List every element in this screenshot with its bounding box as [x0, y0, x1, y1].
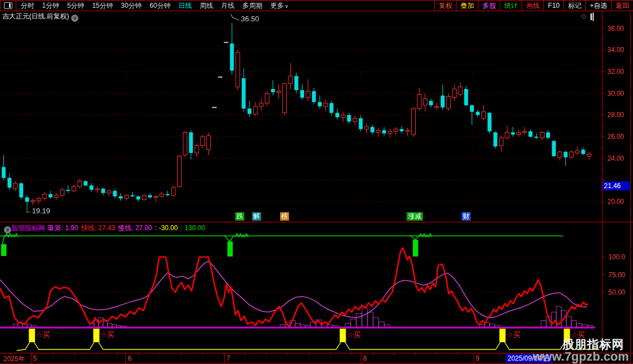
toolbar-button-F10[interactable]: F10 [543, 1, 564, 11]
candle [201, 134, 204, 148]
period-tab-日线[interactable]: 日线 [178, 1, 192, 11]
price-axis-label: 28.00 [607, 111, 624, 119]
week-tick [245, 353, 245, 356]
candle [19, 182, 23, 199]
candle [546, 130, 550, 138]
badge-榜[interactable]: 榜 [280, 212, 289, 221]
period-tab-周线[interactable]: 周线 [199, 1, 213, 11]
candle [365, 124, 369, 133]
month-label: 7 [226, 354, 230, 362]
candle [160, 192, 164, 198]
toolbar-button-多股[interactable]: 多股 [478, 1, 500, 11]
candle [336, 109, 339, 119]
period-tab-分时[interactable]: 分时 [21, 1, 34, 11]
price-axis-label: 24.00 [607, 155, 624, 162]
candle [523, 127, 527, 135]
chevron-down-icon[interactable]: ∨ [4, 226, 11, 234]
toolbar-button-画线[interactable]: 画线 [522, 1, 543, 11]
candle [540, 131, 544, 139]
watermark-site-url: www.7gpzb.com [533, 349, 629, 364]
trading-app-window: 分时1分钟5分钟15分钟30分钟60分钟日线周线月线多周期更多∨ 复权叠加多股统… [0, 0, 633, 364]
month-divider [125, 353, 126, 363]
candle [306, 80, 310, 101]
price-axis-label: 36.00 [607, 25, 624, 32]
candle [581, 147, 585, 155]
candle [423, 94, 427, 112]
week-tick [202, 353, 203, 356]
price-axis-label: 32.00 [607, 68, 624, 76]
low-annotation: ←19.19 [25, 207, 50, 215]
green-marker-box [227, 241, 233, 256]
period-tab-60分钟[interactable]: 60分钟 [150, 1, 170, 11]
candle [295, 73, 299, 94]
candle [7, 174, 11, 190]
week-tick [351, 353, 352, 356]
candle [417, 88, 421, 111]
candle [283, 82, 287, 115]
candle [72, 184, 76, 192]
candle [482, 105, 486, 120]
toolbar-actions: 复权叠加多股统计画线F10标记+自选返回 [434, 1, 633, 11]
candle [388, 129, 392, 138]
candle [552, 140, 556, 157]
candle [195, 143, 199, 157]
layout-toggle-button[interactable] [0, 1, 16, 11]
badge-解[interactable]: 解 [252, 212, 261, 221]
price-axis-label: 26.00 [607, 133, 624, 141]
candle [83, 180, 87, 187]
candle [241, 68, 245, 111]
green-marker-box [1, 244, 7, 256]
week-tick [181, 353, 181, 356]
week-tick [53, 353, 54, 356]
toolbar-button-统计[interactable]: 统计 [500, 1, 522, 11]
indicator-header[interactable]: ∨股朋指标网 吸筹: 1.90 快线: 27.43 慢线: 27.00 : -3… [2, 223, 206, 232]
toolbar-button-标记[interactable]: 标记 [564, 1, 585, 11]
candle [124, 194, 128, 201]
candle [113, 189, 117, 198]
toolbar-button-复权[interactable]: 复权 [434, 1, 456, 11]
candlestick-chart[interactable]: 36.0034.0032.0030.0028.0026.0024.0020.00… [0, 11, 633, 222]
candle [37, 197, 41, 204]
period-tab-1分钟[interactable]: 1分钟 [42, 1, 59, 11]
period-tab-更多[interactable]: 更多∨ [270, 1, 288, 11]
toolbar-button-返回[interactable]: 返回 [611, 1, 633, 11]
badge-财[interactable]: 财 [462, 212, 471, 221]
price-axis-label: 34.00 [607, 46, 624, 54]
buy-marker-bar [340, 329, 346, 342]
indicator-chart[interactable]: ☆买☆买☆买☆买☆买100.075.0050.00 [0, 223, 633, 353]
period-tab-15分钟[interactable]: 15分钟 [92, 1, 113, 11]
indicator-header-segment: 慢线: 27.00 [116, 224, 152, 232]
histogram-bar [356, 314, 362, 328]
top-toolbar: 分时1分钟5分钟15分钟30分钟60分钟日线周线月线多周期更多∨ 复权叠加多股统… [0, 0, 633, 11]
panel-divider [0, 222, 633, 222]
candle [347, 113, 351, 124]
period-tab-多周期[interactable]: 多周期 [242, 1, 262, 11]
histogram-bar [379, 322, 384, 328]
candle [230, 23, 234, 75]
badge-涨减[interactable]: 涨减 [407, 212, 423, 221]
candle [142, 194, 146, 201]
week-tick [32, 353, 32, 356]
candle [277, 85, 281, 99]
week-tick [309, 353, 309, 356]
candle [400, 126, 404, 134]
buy-marker-bar [94, 329, 100, 342]
histogram-bar [351, 319, 356, 328]
toolbar-button-叠加[interactable]: 叠加 [456, 1, 478, 11]
badge-跌[interactable]: 跌 [235, 212, 244, 221]
period-tab-月线[interactable]: 月线 [221, 1, 234, 11]
period-tab-30分钟[interactable]: 30分钟 [121, 1, 142, 11]
period-tab-5分钟[interactable]: 5分钟 [67, 1, 85, 11]
green-zigzag-mark [419, 234, 432, 237]
histogram-bar [362, 308, 367, 328]
candle [505, 126, 509, 140]
candle [207, 132, 211, 155]
green-zigzag-mark [5, 234, 18, 237]
indicator-header-segment: 股朋指标网 [11, 224, 45, 232]
indicator-header-segment: : 130.00 [179, 224, 205, 232]
candle [382, 127, 386, 136]
right-border-line [630, 11, 631, 363]
candle [288, 63, 292, 89]
candle [511, 127, 515, 137]
toolbar-button-+自选[interactable]: +自选 [585, 1, 611, 11]
